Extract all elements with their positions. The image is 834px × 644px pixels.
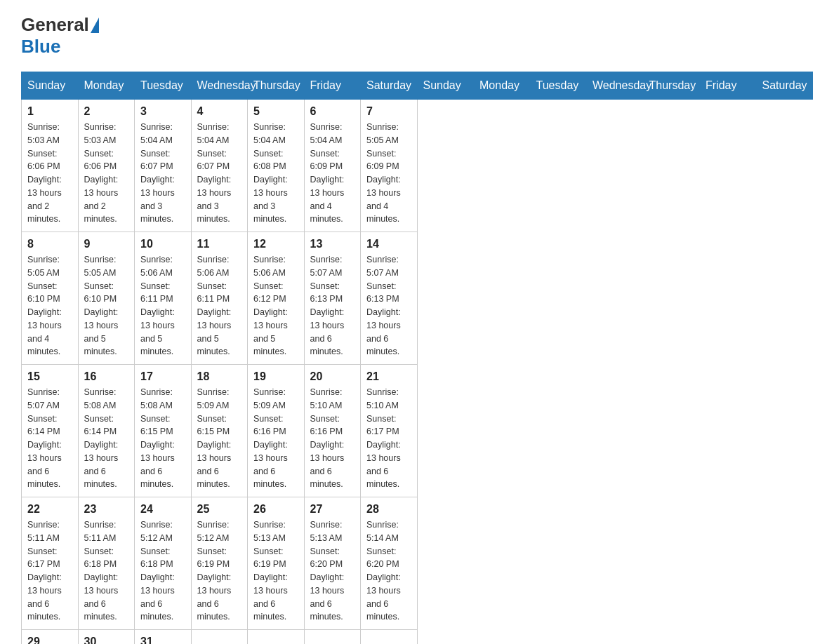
day-info: Sunrise: 5:13 AMSunset: 6:19 PMDaylight:… — [253, 518, 298, 624]
calendar-cell: 21Sunrise: 5:10 AMSunset: 6:17 PMDayligh… — [361, 365, 418, 497]
day-info: Sunrise: 5:07 AMSunset: 6:14 PMDaylight:… — [27, 386, 72, 491]
header-wednesday: Wednesday — [191, 72, 248, 100]
day-info: Sunrise: 5:06 AMSunset: 6:11 PMDaylight:… — [197, 253, 242, 358]
calendar-cell — [248, 630, 305, 645]
header-monday: Monday — [474, 72, 531, 100]
day-number: 7 — [366, 105, 411, 118]
day-info: Sunrise: 5:08 AMSunset: 6:15 PMDaylight:… — [140, 386, 185, 491]
day-info: Sunrise: 5:04 AMSunset: 6:07 PMDaylight:… — [140, 121, 185, 226]
day-info: Sunrise: 5:07 AMSunset: 6:13 PMDaylight:… — [310, 253, 355, 358]
calendar-header-row: SundayMondayTuesdayWednesdayThursdayFrid… — [22, 72, 813, 100]
calendar-cell: 16Sunrise: 5:08 AMSunset: 6:14 PMDayligh… — [78, 365, 135, 497]
calendar-cell: 26Sunrise: 5:13 AMSunset: 6:19 PMDayligh… — [248, 497, 305, 630]
day-number: 2 — [84, 105, 129, 118]
calendar-cell — [304, 630, 361, 645]
day-number: 1 — [27, 105, 72, 118]
calendar-week-row: 29Sunrise: 5:14 AMSunset: 6:21 PMDayligh… — [22, 630, 813, 645]
header-sunday: Sunday — [417, 72, 474, 100]
calendar-cell: 23Sunrise: 5:11 AMSunset: 6:18 PMDayligh… — [78, 497, 135, 630]
day-number: 17 — [140, 370, 185, 383]
day-number: 16 — [84, 370, 129, 383]
day-number: 20 — [310, 370, 355, 383]
calendar-cell: 28Sunrise: 5:14 AMSunset: 6:20 PMDayligh… — [361, 497, 418, 630]
header-thursday: Thursday — [643, 72, 700, 100]
header-thursday: Thursday — [248, 72, 305, 100]
day-number: 22 — [27, 503, 72, 516]
day-number: 3 — [140, 105, 185, 118]
day-info: Sunrise: 5:09 AMSunset: 6:16 PMDaylight:… — [253, 386, 298, 491]
day-number: 19 — [253, 370, 298, 383]
day-number: 6 — [310, 105, 355, 118]
calendar-cell: 24Sunrise: 5:12 AMSunset: 6:18 PMDayligh… — [135, 497, 192, 630]
calendar-cell: 11Sunrise: 5:06 AMSunset: 6:11 PMDayligh… — [191, 232, 248, 365]
day-number: 24 — [140, 503, 185, 516]
calendar-cell: 29Sunrise: 5:14 AMSunset: 6:21 PMDayligh… — [22, 630, 79, 645]
day-info: Sunrise: 5:05 AMSunset: 6:10 PMDaylight:… — [27, 253, 72, 358]
page-header: General Blue — [21, 14, 813, 58]
day-number: 28 — [366, 503, 411, 516]
day-info: Sunrise: 5:11 AMSunset: 6:18 PMDaylight:… — [84, 518, 129, 624]
day-info: Sunrise: 5:09 AMSunset: 6:15 PMDaylight:… — [197, 386, 242, 491]
calendar-cell: 3Sunrise: 5:04 AMSunset: 6:07 PMDaylight… — [135, 100, 192, 232]
day-info: Sunrise: 5:05 AMSunset: 6:10 PMDaylight:… — [84, 253, 129, 358]
logo-triangle-icon — [91, 18, 99, 33]
day-info: Sunrise: 5:06 AMSunset: 6:12 PMDaylight:… — [253, 253, 298, 358]
calendar-week-row: 15Sunrise: 5:07 AMSunset: 6:14 PMDayligh… — [22, 365, 813, 497]
calendar-cell: 27Sunrise: 5:13 AMSunset: 6:20 PMDayligh… — [304, 497, 361, 630]
calendar-cell: 9Sunrise: 5:05 AMSunset: 6:10 PMDaylight… — [78, 232, 135, 365]
header-monday: Monday — [78, 72, 135, 100]
header-tuesday: Tuesday — [530, 72, 587, 100]
day-number: 10 — [140, 238, 185, 250]
day-info: Sunrise: 5:07 AMSunset: 6:13 PMDaylight:… — [366, 253, 411, 358]
day-info: Sunrise: 5:04 AMSunset: 6:07 PMDaylight:… — [197, 121, 242, 226]
day-info: Sunrise: 5:11 AMSunset: 6:17 PMDaylight:… — [27, 518, 72, 624]
header-saturday: Saturday — [756, 72, 813, 100]
calendar-cell: 14Sunrise: 5:07 AMSunset: 6:13 PMDayligh… — [361, 232, 418, 365]
calendar-week-row: 22Sunrise: 5:11 AMSunset: 6:17 PMDayligh… — [22, 497, 813, 630]
day-number: 29 — [27, 636, 72, 644]
day-number: 18 — [197, 370, 242, 383]
calendar-cell: 25Sunrise: 5:12 AMSunset: 6:19 PMDayligh… — [191, 497, 248, 630]
day-number: 4 — [197, 105, 242, 118]
calendar-cell: 22Sunrise: 5:11 AMSunset: 6:17 PMDayligh… — [22, 497, 79, 630]
day-number: 26 — [253, 503, 298, 516]
header-tuesday: Tuesday — [135, 72, 192, 100]
day-info: Sunrise: 5:06 AMSunset: 6:11 PMDaylight:… — [140, 253, 185, 358]
day-number: 13 — [310, 238, 355, 250]
calendar-cell: 30Sunrise: 5:15 AMSunset: 6:21 PMDayligh… — [78, 630, 135, 645]
day-info: Sunrise: 5:10 AMSunset: 6:17 PMDaylight:… — [366, 386, 411, 491]
header-wednesday: Wednesday — [587, 72, 644, 100]
day-number: 23 — [84, 503, 129, 516]
day-number: 30 — [84, 636, 129, 644]
day-number: 25 — [197, 503, 242, 516]
calendar-cell: 8Sunrise: 5:05 AMSunset: 6:10 PMDaylight… — [22, 232, 79, 365]
header-sunday: Sunday — [22, 72, 79, 100]
day-info: Sunrise: 5:14 AMSunset: 6:20 PMDaylight:… — [366, 518, 411, 624]
calendar-cell: 12Sunrise: 5:06 AMSunset: 6:12 PMDayligh… — [248, 232, 305, 365]
calendar-cell: 4Sunrise: 5:04 AMSunset: 6:07 PMDaylight… — [191, 100, 248, 232]
day-info: Sunrise: 5:12 AMSunset: 6:18 PMDaylight:… — [140, 518, 185, 624]
calendar-cell: 10Sunrise: 5:06 AMSunset: 6:11 PMDayligh… — [135, 232, 192, 365]
day-number: 12 — [253, 238, 298, 250]
header-friday: Friday — [700, 72, 757, 100]
day-number: 11 — [197, 238, 242, 250]
calendar-week-row: 1Sunrise: 5:03 AMSunset: 6:06 PMDaylight… — [22, 100, 813, 232]
day-info: Sunrise: 5:05 AMSunset: 6:09 PMDaylight:… — [366, 121, 411, 226]
calendar-cell: 13Sunrise: 5:07 AMSunset: 6:13 PMDayligh… — [304, 232, 361, 365]
day-info: Sunrise: 5:04 AMSunset: 6:08 PMDaylight:… — [253, 121, 298, 226]
day-number: 15 — [27, 370, 72, 383]
calendar-cell: 6Sunrise: 5:04 AMSunset: 6:09 PMDaylight… — [304, 100, 361, 232]
day-info: Sunrise: 5:13 AMSunset: 6:20 PMDaylight:… — [310, 518, 355, 624]
day-info: Sunrise: 5:03 AMSunset: 6:06 PMDaylight:… — [84, 121, 129, 226]
header-saturday: Saturday — [361, 72, 418, 100]
calendar-cell — [191, 630, 248, 645]
day-number: 5 — [253, 105, 298, 118]
logo: General Blue — [21, 14, 99, 58]
calendar-cell: 17Sunrise: 5:08 AMSunset: 6:15 PMDayligh… — [135, 365, 192, 497]
day-number: 27 — [310, 503, 355, 516]
day-number: 9 — [84, 238, 129, 250]
header-friday: Friday — [304, 72, 361, 100]
calendar-week-row: 8Sunrise: 5:05 AMSunset: 6:10 PMDaylight… — [22, 232, 813, 365]
calendar-cell: 2Sunrise: 5:03 AMSunset: 6:06 PMDaylight… — [78, 100, 135, 232]
calendar-table: SundayMondayTuesdayWednesdayThursdayFrid… — [21, 72, 813, 644]
